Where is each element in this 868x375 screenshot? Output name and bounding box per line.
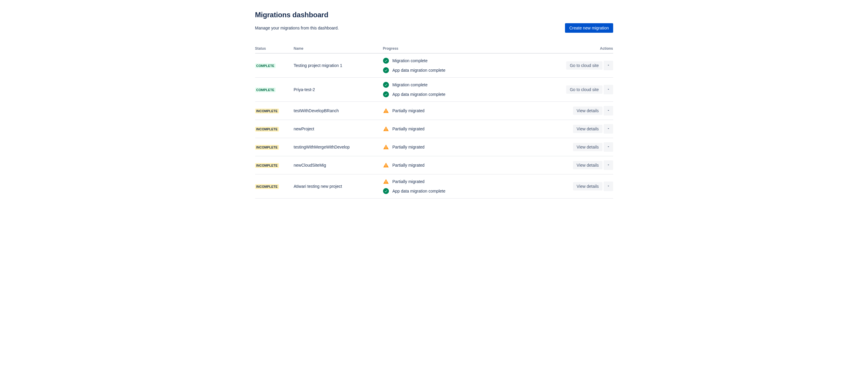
table-row: INCOMPLETEnewProjectPartially migratedVi…: [255, 120, 613, 138]
svg-rect-1: [386, 112, 386, 113]
svg-rect-9: [386, 183, 386, 183]
status-badge: INCOMPLETE: [255, 184, 279, 189]
page-subtitle: Manage your migrations from this dashboa…: [255, 26, 339, 30]
warning-icon: [383, 179, 389, 184]
progress-line: App data migration complete: [383, 188, 560, 194]
progress-text: Migration complete: [393, 82, 428, 87]
warning-icon: [383, 162, 389, 168]
table-row: INCOMPLETEnewCloudSiteMigPartially migra…: [255, 156, 613, 174]
more-actions-button[interactable]: [603, 124, 613, 134]
status-badge: COMPLETE: [255, 63, 276, 68]
check-circle-icon: [383, 188, 389, 194]
table-row: INCOMPLETEAtiwari testing new projectPar…: [255, 174, 613, 199]
migration-name: Testing project migration 1: [294, 53, 383, 78]
progress-line: Partially migrated: [383, 162, 560, 168]
status-badge: INCOMPLETE: [255, 145, 279, 150]
column-header-actions: Actions: [560, 45, 613, 53]
warning-icon: [383, 144, 389, 150]
progress-line: Partially migrated: [383, 144, 560, 150]
migration-name: Priya-test-2: [294, 78, 383, 102]
svg-rect-5: [386, 148, 386, 149]
go-to-cloud-button[interactable]: Go to cloud site: [566, 85, 602, 94]
svg-rect-6: [386, 165, 386, 166]
chevron-down-icon: [607, 163, 610, 168]
progress-line: App data migration complete: [383, 91, 560, 97]
more-actions-button[interactable]: [603, 106, 613, 115]
column-header-name: Name: [294, 45, 383, 53]
status-badge: INCOMPLETE: [255, 127, 279, 132]
more-actions-button[interactable]: [603, 61, 613, 70]
svg-rect-7: [386, 166, 386, 167]
table-row: COMPLETEPriya-test-2Migration completeAp…: [255, 78, 613, 102]
progress-text: Partially migrated: [393, 179, 425, 184]
chevron-down-icon: [607, 184, 610, 189]
chevron-down-icon: [607, 145, 610, 149]
svg-rect-0: [386, 110, 386, 112]
view-details-button[interactable]: View details: [573, 107, 602, 115]
check-circle-icon: [383, 58, 389, 64]
create-new-migration-button[interactable]: Create new migration: [565, 23, 613, 33]
more-actions-button[interactable]: [603, 142, 613, 152]
migration-name: testWithDevelopBRanch: [294, 102, 383, 120]
progress-text: Partially migrated: [393, 145, 425, 149]
svg-rect-3: [386, 130, 386, 131]
status-badge: INCOMPLETE: [255, 109, 279, 113]
progress-line: Partially migrated: [383, 108, 560, 114]
more-actions-button[interactable]: [603, 85, 613, 94]
migration-name: Atiwari testing new project: [294, 174, 383, 199]
migration-name: testingWithMergeWithDevelop: [294, 138, 383, 156]
view-details-button[interactable]: View details: [573, 161, 602, 169]
page-title: Migrations dashboard: [255, 11, 613, 19]
migration-name: newCloudSiteMig: [294, 156, 383, 174]
more-actions-button[interactable]: [603, 161, 613, 170]
svg-rect-8: [386, 181, 386, 182]
progress-line: Partially migrated: [383, 126, 560, 132]
go-to-cloud-button[interactable]: Go to cloud site: [566, 61, 602, 70]
table-row: INCOMPLETEtestingWithMergeWithDevelopPar…: [255, 138, 613, 156]
warning-icon: [383, 126, 389, 132]
progress-line: Migration complete: [383, 82, 560, 88]
progress-text: Migration complete: [393, 58, 428, 63]
table-row: COMPLETETesting project migration 1Migra…: [255, 53, 613, 78]
svg-rect-2: [386, 128, 386, 130]
progress-text: App data migration complete: [393, 68, 445, 73]
migration-name: newProject: [294, 120, 383, 138]
chevron-down-icon: [607, 63, 610, 68]
status-badge: INCOMPLETE: [255, 163, 279, 168]
progress-text: Partially migrated: [393, 126, 425, 131]
progress-text: Partially migrated: [393, 108, 425, 113]
chevron-down-icon: [607, 87, 610, 92]
check-circle-icon: [383, 91, 389, 97]
progress-line: App data migration complete: [383, 67, 560, 73]
check-circle-icon: [383, 82, 389, 88]
svg-rect-4: [386, 146, 386, 148]
progress-text: App data migration complete: [393, 189, 445, 194]
view-details-button[interactable]: View details: [573, 143, 602, 151]
table-row: INCOMPLETEtestWithDevelopBRanchPartially…: [255, 102, 613, 120]
check-circle-icon: [383, 67, 389, 73]
more-actions-button[interactable]: [603, 181, 613, 191]
chevron-down-icon: [607, 109, 610, 113]
view-details-button[interactable]: View details: [573, 125, 602, 133]
status-badge: COMPLETE: [255, 87, 276, 92]
warning-icon: [383, 108, 389, 114]
chevron-down-icon: [607, 127, 610, 131]
progress-line: Partially migrated: [383, 179, 560, 184]
progress-text: App data migration complete: [393, 92, 445, 97]
column-header-progress: Progress: [383, 45, 560, 53]
migrations-table: Status Name Progress Actions COMPLETETes…: [255, 45, 613, 199]
progress-text: Partially migrated: [393, 163, 425, 168]
progress-line: Migration complete: [383, 58, 560, 64]
column-header-status: Status: [255, 45, 294, 53]
view-details-button[interactable]: View details: [573, 182, 602, 191]
